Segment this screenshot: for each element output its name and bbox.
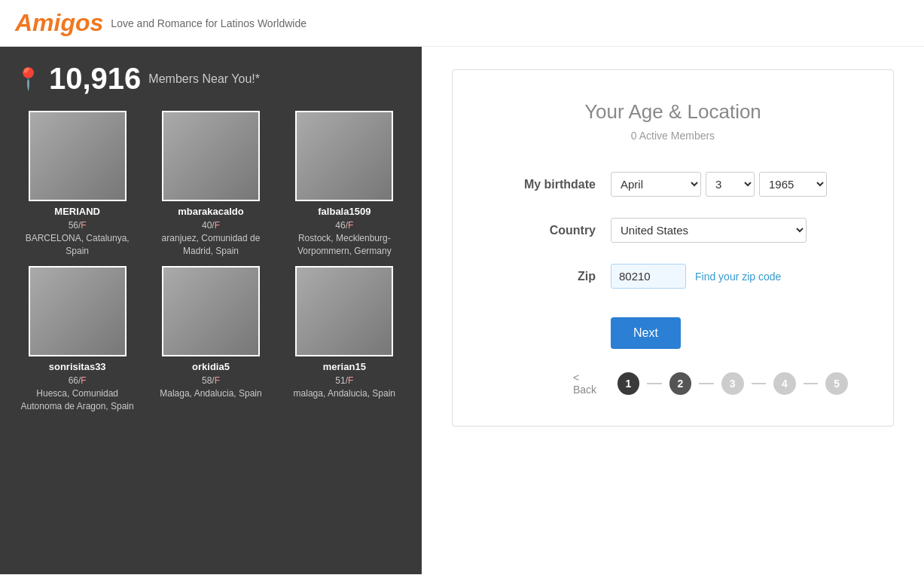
year-select[interactable]: 1940194119421943194419451946194719481949… <box>759 172 827 197</box>
page-step-2[interactable]: 2 <box>669 372 692 395</box>
avatar <box>162 266 260 356</box>
page-title: Your Age & Location <box>498 100 848 124</box>
zip-input[interactable] <box>611 264 686 289</box>
country-label: Country <box>498 224 596 237</box>
location-pin-icon: 📍 <box>15 66 41 91</box>
page-step-5[interactable]: 5 <box>825 372 848 395</box>
list-item: mbarakacaldo40/Faranjuez, Comunidad de M… <box>148 111 273 257</box>
back-link[interactable]: < Back <box>573 372 605 396</box>
zip-input-group: Find your zip code <box>611 264 781 289</box>
day-select[interactable]: 1234567891011121314151617181920212223242… <box>706 172 755 197</box>
birthdate-label: My birthdate <box>498 178 596 191</box>
zip-label: Zip <box>498 270 596 283</box>
avatar <box>29 266 127 356</box>
avatar <box>295 266 393 356</box>
header: Amigos Love and Romance for Latinos Worl… <box>0 0 924 47</box>
list-item: merian1551/Fmalaga, Andalucia, Spain <box>282 266 407 412</box>
country-select[interactable]: United States Mexico Spain Argentina Col… <box>611 218 807 243</box>
country-row: Country United States Mexico Spain Argen… <box>498 218 848 243</box>
member-info: 46/FRostock, Mecklenburg-Vorpommern, Ger… <box>282 219 407 257</box>
list-item: sonrisitas3366/FHuesca, Comunidad Autono… <box>15 266 139 412</box>
avatar <box>29 111 127 201</box>
find-zip-link[interactable]: Find your zip code <box>695 271 781 283</box>
logo: Amigos <box>15 9 103 37</box>
page-line-3 <box>752 383 767 384</box>
right-panel: Your Age & Location 0 Active Members My … <box>422 47 924 574</box>
members-header: 📍 10,916 Members Near You!* <box>15 62 407 96</box>
members-grid: MERIAND56/FBARCELONA, Catalunya, Spainmb… <box>15 111 407 413</box>
page-step-1[interactable]: 1 <box>618 372 640 395</box>
member-username[interactable]: merian15 <box>282 361 407 372</box>
tagline: Love and Romance for Latinos Worldwide <box>111 17 306 29</box>
member-username[interactable]: sonrisitas33 <box>15 361 139 372</box>
members-label: Members Near You!* <box>148 72 260 86</box>
page-line-2 <box>699 383 714 384</box>
next-button[interactable]: Next <box>611 317 681 349</box>
main-layout: 📍 10,916 Members Near You!* MERIAND56/FB… <box>0 47 924 574</box>
members-count: 10,916 <box>49 62 141 96</box>
member-username[interactable]: MERIAND <box>15 206 139 217</box>
page-line-4 <box>804 383 819 384</box>
member-username[interactable]: falbala1509 <box>282 206 407 217</box>
member-info: 66/FHuesca, Comunidad Autonoma de Aragon… <box>15 375 139 412</box>
birthdate-selects: JanuaryFebruaryMarchAprilMayJuneJulyAugu… <box>611 172 827 197</box>
left-panel: 📍 10,916 Members Near You!* MERIAND56/FB… <box>0 47 422 574</box>
page-step-4[interactable]: 4 <box>773 372 796 395</box>
list-item: orkidia558/FMalaga, Andalucia, Spain <box>148 266 273 412</box>
avatar <box>162 111 260 201</box>
member-info: 58/FMalaga, Andalucia, Spain <box>148 375 273 400</box>
list-item: MERIAND56/FBARCELONA, Catalunya, Spain <box>15 111 139 257</box>
zip-row: Zip Find your zip code <box>498 264 848 289</box>
member-info: 40/Faranjuez, Comunidad de Madrid, Spain <box>148 219 273 257</box>
avatar <box>295 111 393 201</box>
page-step-3[interactable]: 3 <box>721 372 744 395</box>
active-members-count: 0 Active Members <box>498 130 848 142</box>
form-container: Your Age & Location 0 Active Members My … <box>452 69 894 427</box>
member-info: 51/Fmalaga, Andalucia, Spain <box>282 375 407 400</box>
member-info: 56/FBARCELONA, Catalunya, Spain <box>15 219 139 257</box>
list-item: falbala150946/FRostock, Mecklenburg-Vorp… <box>282 111 407 257</box>
pagination: < Back 1 2 3 4 5 <box>573 372 848 396</box>
member-username[interactable]: mbarakacaldo <box>148 206 273 217</box>
member-username[interactable]: orkidia5 <box>148 361 273 372</box>
page-line-1 <box>647 383 662 384</box>
birthdate-row: My birthdate JanuaryFebruaryMarchAprilMa… <box>498 172 848 197</box>
month-select[interactable]: JanuaryFebruaryMarchAprilMayJuneJulyAugu… <box>611 172 701 197</box>
